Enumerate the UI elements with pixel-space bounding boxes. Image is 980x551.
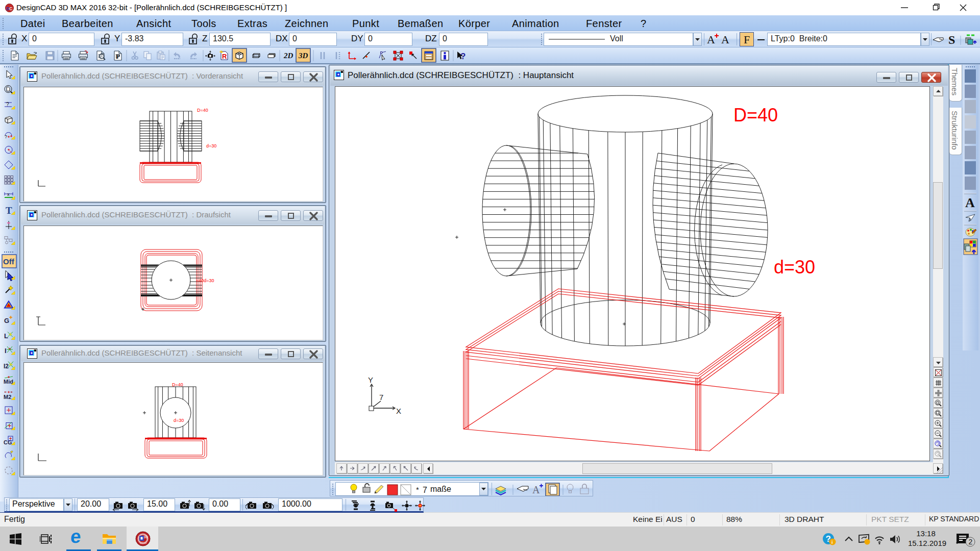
svg-text:L: L	[4, 332, 8, 340]
svg-text:S: S	[948, 34, 955, 46]
svg-text:7: 7	[423, 486, 427, 494]
svg-text:d=30: d=30	[174, 418, 184, 423]
svg-text:P: P	[116, 53, 120, 60]
svg-text:2016: 2016	[140, 541, 147, 544]
svg-text:X: X	[396, 407, 401, 415]
svg-text:I: I	[5, 347, 7, 355]
svg-text:Mid: Mid	[4, 379, 13, 385]
svg-text:?: ?	[5, 134, 7, 139]
svg-text:M2: M2	[4, 394, 11, 400]
svg-text:Off: Off	[3, 257, 15, 266]
svg-text:=40d=30: =40d=30	[196, 278, 214, 283]
svg-text:*: *	[416, 485, 419, 494]
svg-text:A: A	[532, 484, 540, 495]
svg-text:G: G	[4, 317, 9, 324]
svg-text:Y: Y	[368, 375, 373, 384]
svg-text:i: i	[831, 540, 833, 545]
svg-text:?: ?	[460, 52, 465, 61]
svg-text:7: 7	[379, 393, 383, 402]
svg-text:x: x	[7, 192, 10, 197]
svg-text:D=40: D=40	[733, 105, 778, 126]
svg-text:A: A	[707, 33, 715, 46]
svg-text:CG: CG	[4, 439, 12, 445]
svg-text:T: T	[6, 205, 12, 216]
svg-text:3D: 3D	[143, 535, 148, 539]
svg-text:D=40: D=40	[172, 382, 183, 387]
svg-text:C: C	[9, 6, 13, 11]
svg-text:3D: 3D	[298, 52, 308, 60]
svg-text:d=30: d=30	[774, 257, 815, 278]
svg-text:A: A	[965, 195, 975, 210]
svg-text:?: ?	[6, 102, 9, 107]
svg-text:D=40: D=40	[197, 108, 208, 113]
svg-text:d=30: d=30	[206, 143, 216, 148]
svg-text:2: 2	[969, 538, 973, 546]
svg-text:A: A	[721, 33, 729, 46]
svg-text:R: R	[222, 53, 227, 60]
svg-text:2D: 2D	[283, 52, 293, 60]
svg-text:I2: I2	[4, 363, 9, 370]
